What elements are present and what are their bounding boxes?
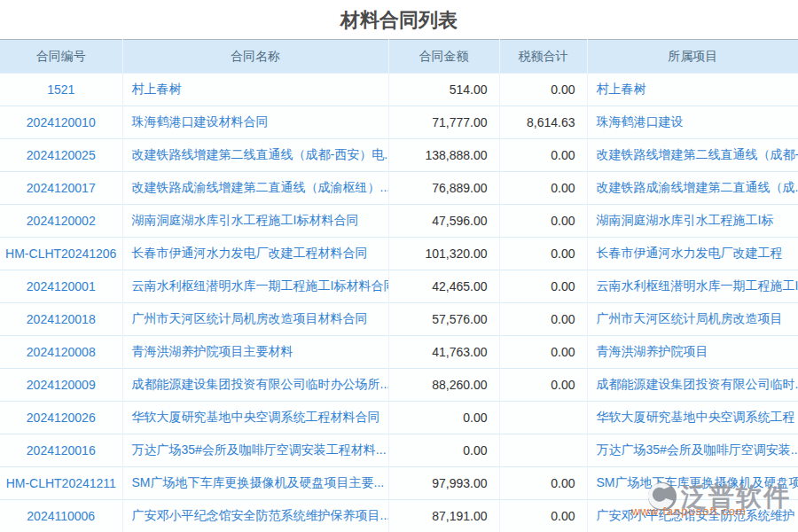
contract-code-link[interactable]: 1521 [0,74,122,106]
contract-name-link[interactable]: 青海洪湖养护院项目主要材料 [122,336,388,369]
column-header-contract-name: 合同名称 [122,40,388,74]
contract-name-link[interactable]: 改建铁路线增建第二线直通线（成都-西安）电... [122,139,388,172]
contract-name-link[interactable]: 广州市天河区统计局机房改造项目材料合同 [122,303,388,336]
table-row: 2024120002 湖南洞庭湖水库引水工程施工I标材料合同 47,596.00… [0,205,798,238]
table-row: HM-CLHT20241206 长春市伊通河水力发电厂改建工程材料合同 101,… [0,238,798,270]
tax-total: 0.00 [499,172,587,205]
contract-code-link[interactable]: 2024120009 [0,369,122,402]
tax-total: 0.00 [499,139,587,172]
contract-name-link[interactable]: 广安邓小平纪念馆安全防范系统维护保养项目... [122,500,388,532]
project-name-link[interactable]: 华软大厦研究基地中央空调系统工程 [587,402,798,434]
project-name-link[interactable]: 广州市天河区统计局机房改造项目 [587,303,798,336]
contract-amount: 42,465.00 [388,270,499,303]
tax-total: 0.00 [499,270,587,303]
contract-amount: 0.00 [388,434,499,467]
table-row: 2024120016 万达广场35#会所及咖啡厅空调安装工程材料... 0.00… [0,434,798,467]
table-row: 2024120026 华软大厦研究基地中央空调系统工程材料合同 0.00 华软大… [0,402,798,434]
contract-amount: 101,320.00 [388,238,499,270]
tax-total [499,434,587,467]
project-name-link[interactable]: 长春市伊通河水力发电厂改建工程 [587,238,798,270]
table-row: 2024120025 改建铁路线增建第二线直通线（成都-西安）电... 138,… [0,139,798,172]
contract-amount: 514.00 [388,74,499,106]
tax-total: 0.00 [499,336,587,369]
project-name-link[interactable]: 村上春树 [587,74,798,106]
contract-code-link[interactable]: 2024120026 [0,402,122,434]
contract-name-link[interactable]: SM广场地下车库更换摄像机及硬盘项目主要... [122,467,388,500]
table-row: HM-CLHT20241211 SM广场地下车库更换摄像机及硬盘项目主要... … [0,467,798,500]
contract-amount: 41,763.00 [388,336,499,369]
project-name-link[interactable]: 湖南洞庭湖水库引水工程施工I标 [587,205,798,238]
contract-name-link[interactable]: 长春市伊通河水力发电厂改建工程材料合同 [122,238,388,270]
contract-code-link[interactable]: 2024120010 [0,106,122,139]
table-body: 1521 村上春树 514.00 0.00 村上春树 2024120010 珠海… [0,74,798,532]
table-row: 2024120008 青海洪湖养护院项目主要材料 41,763.00 0.00 … [0,336,798,369]
contract-amount: 87,191.00 [388,500,499,532]
material-contract-list-page: 材料合同列表 合同编号 合同名称 合同金额 税额合计 所属项目 1521 村上春… [0,0,798,532]
tax-total: 0.00 [499,205,587,238]
project-name-link[interactable]: 成都能源建设集团投资有限公司临时... [587,369,798,402]
table-row: 2024120010 珠海鹤港口建设材料合同 71,777.00 8,614.6… [0,106,798,139]
contract-name-link[interactable]: 万达广场35#会所及咖啡厅空调安装工程材料... [122,434,388,467]
contract-name-link[interactable]: 成都能源建设集团投资有限公司临时办公场所... [122,369,388,402]
contract-code-link[interactable]: 2024120018 [0,303,122,336]
contract-amount: 47,596.00 [388,205,499,238]
project-name-link[interactable]: 珠海鹤港口建设 [587,106,798,139]
table-row: 2024110006 广安邓小平纪念馆安全防范系统维护保养项目... 87,19… [0,500,798,532]
contract-amount: 71,777.00 [388,106,499,139]
contract-amount: 138,888.00 [388,139,499,172]
contract-name-link[interactable]: 云南水利枢纽潜明水库一期工程施工I标材料合同 [122,270,388,303]
table-row: 2024120001 云南水利枢纽潜明水库一期工程施工I标材料合同 42,465… [0,270,798,303]
contract-name-link[interactable]: 珠海鹤港口建设材料合同 [122,106,388,139]
contract-name-link[interactable]: 湖南洞庭湖水库引水工程施工I标材料合同 [122,205,388,238]
tax-total: 0.00 [499,467,587,500]
project-name-link[interactable]: SM广场地下车库更换摄像机及硬盘项目 [587,467,798,500]
page-title: 材料合同列表 [0,9,798,32]
table-row: 1521 村上春树 514.00 0.00 村上春树 [0,74,798,106]
contract-code-link[interactable]: 2024120016 [0,434,122,467]
contract-name-link[interactable]: 华软大厦研究基地中央空调系统工程材料合同 [122,402,388,434]
table-row: 2024120017 改建铁路成渝线增建第二直通线（成渝枢纽）... 76,88… [0,172,798,205]
contract-code-link[interactable]: 2024120025 [0,139,122,172]
column-header-contract-code: 合同编号 [0,40,122,74]
column-header-contract-amount: 合同金额 [388,40,499,74]
contract-amount: 97,993.00 [388,467,499,500]
contract-code-link[interactable]: 2024110006 [0,500,122,532]
column-header-tax-total: 税额合计 [499,40,587,74]
contract-code-link[interactable]: HM-CLHT20241206 [0,238,122,270]
project-name-link[interactable]: 青海洪湖养护院项目 [587,336,798,369]
table-row: 2024120018 广州市天河区统计局机房改造项目材料合同 57,576.00… [0,303,798,336]
project-name-link[interactable]: 广安邓小平纪念馆安全防范系统维护 [587,500,798,532]
tax-total: 8,614.63 [499,106,587,139]
project-name-link[interactable]: 万达广场35#会所及咖啡厅空调安装... [587,434,798,467]
tax-total: 0.00 [499,500,587,532]
contracts-table: 合同编号 合同名称 合同金额 税额合计 所属项目 1521 村上春树 514.0… [0,39,798,532]
contract-amount: 76,889.00 [388,172,499,205]
contract-amount: 88,260.00 [388,369,499,402]
table-row: 2024120009 成都能源建设集团投资有限公司临时办公场所... 88,26… [0,369,798,402]
contract-name-link[interactable]: 改建铁路成渝线增建第二直通线（成渝枢纽）... [122,172,388,205]
contract-name-link[interactable]: 村上春树 [122,74,388,106]
contract-code-link[interactable]: HM-CLHT20241211 [0,467,122,500]
contract-code-link[interactable]: 2024120002 [0,205,122,238]
contract-amount: 57,576.00 [388,303,499,336]
contract-code-link[interactable]: 2024120008 [0,336,122,369]
table-header-row: 合同编号 合同名称 合同金额 税额合计 所属项目 [0,40,798,74]
project-name-link[interactable]: 改建铁路成渝线增建第二直通线（成... [587,172,798,205]
contract-amount: 0.00 [388,402,499,434]
tax-total: 0.00 [499,303,587,336]
tax-total: 0.00 [499,238,587,270]
project-name-link[interactable]: 改建铁路线增建第二线直通线（成都-... [587,139,798,172]
tax-total: 0.00 [499,369,587,402]
column-header-project: 所属项目 [587,40,798,74]
project-name-link[interactable]: 云南水利枢纽潜明水库一期工程施工I标 [587,270,798,303]
contract-code-link[interactable]: 2024120001 [0,270,122,303]
tax-total: 0.00 [499,74,587,106]
contract-code-link[interactable]: 2024120017 [0,172,122,205]
tax-total [499,402,587,434]
